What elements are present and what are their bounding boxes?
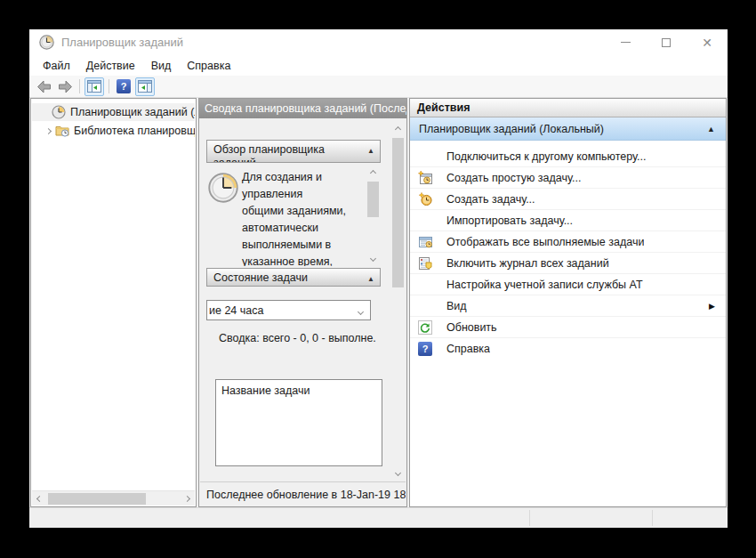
help-icon: ? bbox=[417, 342, 433, 356]
menu-file[interactable]: Файл bbox=[35, 58, 78, 74]
scroll-right-icon[interactable] bbox=[180, 491, 195, 506]
status-divider bbox=[529, 510, 530, 526]
maximize-button[interactable] bbox=[646, 29, 687, 55]
tree-item-label: Библиотека планировщ bbox=[74, 125, 195, 137]
action-label: Обновить bbox=[446, 321, 497, 334]
tree-horizontal-scrollbar[interactable] bbox=[32, 490, 195, 505]
title-bar: Планировщик заданий ✕ bbox=[29, 29, 728, 55]
close-button[interactable]: ✕ bbox=[687, 29, 728, 55]
scheduler-clock-icon bbox=[39, 35, 54, 50]
action-help[interactable]: ? Справка bbox=[410, 338, 726, 360]
task-status-section-header[interactable]: Состояние задачи ▲ bbox=[206, 268, 381, 287]
actions-group-header[interactable]: Планировщик заданий (Локальный) ▲ bbox=[410, 117, 726, 141]
summary-panel: Сводка планировщика заданий (Последне Об… bbox=[198, 98, 407, 507]
icon-slot bbox=[417, 299, 433, 313]
menu-view[interactable]: Вид bbox=[143, 58, 180, 74]
minimize-button[interactable] bbox=[605, 29, 646, 55]
new-task-icon bbox=[417, 192, 433, 206]
status-bar bbox=[29, 507, 728, 528]
scrollbar-thumb[interactable] bbox=[48, 493, 146, 505]
console-tree-panel: Планировщик заданий (Лок Библиотека план… bbox=[30, 98, 197, 507]
task-scheduler-window: Планировщик заданий ✕ Файл Действие Вид … bbox=[29, 29, 728, 528]
task-journal-icon bbox=[417, 256, 433, 271]
task-summary-text: Сводка: всего - 0, 0 - выполне... bbox=[219, 332, 376, 344]
actions-panel: Действия Планировщик заданий (Локальный)… bbox=[409, 98, 727, 507]
action-label: Импортировать задачу... bbox=[446, 214, 573, 227]
minimize-icon bbox=[621, 42, 631, 43]
refresh-icon bbox=[417, 320, 433, 335]
library-folder-clock-icon bbox=[55, 124, 69, 138]
collapse-icon[interactable]: ▲ bbox=[707, 125, 715, 133]
scrollbar-thumb[interactable] bbox=[367, 182, 379, 217]
help-button[interactable]: ? bbox=[114, 77, 133, 96]
action-import-task[interactable]: Импортировать задачу... bbox=[410, 210, 726, 231]
forward-button[interactable] bbox=[55, 77, 75, 96]
task-list-box[interactable]: Название задачи bbox=[215, 379, 382, 466]
action-create-task[interactable]: Создать задачу... bbox=[410, 189, 726, 210]
scroll-up-icon[interactable] bbox=[366, 166, 381, 181]
action-label: Вид bbox=[446, 300, 467, 312]
overview-scrollbar[interactable] bbox=[366, 166, 381, 266]
show-action-pane-button[interactable] bbox=[135, 77, 155, 96]
last-refresh-status: Последнее обновление в 18-Jan-19 18:21: bbox=[200, 481, 406, 506]
action-label: Создать задачу... bbox=[446, 193, 535, 206]
action-create-basic-task[interactable]: Создать простую задачу... bbox=[410, 167, 726, 189]
expand-chevron-icon[interactable] bbox=[41, 129, 55, 133]
close-icon: ✕ bbox=[702, 36, 712, 49]
action-connect-to-computer[interactable]: Подключиться к другому компьютеру... bbox=[410, 146, 726, 167]
icon-slot bbox=[417, 214, 433, 228]
overview-section-title: Обзор планировщика заданий bbox=[213, 143, 325, 163]
submenu-arrow-icon: ▶ bbox=[709, 302, 715, 311]
window-controls: ✕ bbox=[605, 29, 728, 55]
summary-panel-header: Сводка планировщика заданий (Последне bbox=[199, 99, 406, 118]
menu-bar: Файл Действие Вид Справка bbox=[29, 55, 728, 76]
tree-item-scheduler-root[interactable]: Планировщик заданий (Лок bbox=[32, 103, 195, 121]
action-enable-task-history[interactable]: Включить журнал всех заданий bbox=[410, 253, 726, 274]
collapse-icon[interactable]: ▲ bbox=[367, 272, 374, 286]
tree-item-task-library[interactable]: Библиотека планировщ bbox=[32, 122, 195, 140]
actions-group-title: Планировщик заданий (Локальный) bbox=[419, 123, 604, 135]
scheduler-clock-icon bbox=[52, 105, 66, 119]
overview-body: Для создания и управления общими задания… bbox=[206, 166, 381, 266]
task-status-title: Состояние задачи bbox=[213, 271, 308, 284]
show-action-pane-icon bbox=[138, 80, 152, 93]
overview-section-header[interactable]: Обзор планировщика заданий ▲ bbox=[206, 140, 381, 163]
chevron-down-icon bbox=[358, 304, 363, 317]
show-console-tree-button[interactable] bbox=[84, 77, 104, 96]
back-arrow-icon bbox=[36, 80, 52, 93]
icon-slot bbox=[417, 150, 433, 164]
scroll-down-icon[interactable] bbox=[390, 465, 406, 481]
icon-slot bbox=[417, 278, 433, 292]
collapse-icon[interactable]: ▲ bbox=[367, 144, 374, 158]
new-simple-task-icon bbox=[417, 171, 433, 185]
period-dropdown[interactable]: ие 24 часа bbox=[206, 300, 371, 320]
toolbar: ? bbox=[29, 76, 728, 98]
scrollbar-thumb[interactable] bbox=[392, 138, 404, 287]
forward-arrow-icon bbox=[58, 80, 73, 93]
overview-clock-icon bbox=[206, 169, 242, 266]
menu-help[interactable]: Справка bbox=[179, 58, 238, 74]
show-console-tree-icon bbox=[87, 80, 101, 93]
actions-list: Подключиться к другому компьютеру... Соз… bbox=[410, 141, 726, 360]
back-button[interactable] bbox=[34, 77, 53, 96]
scroll-down-icon[interactable] bbox=[366, 251, 381, 266]
menu-action[interactable]: Действие bbox=[78, 58, 143, 74]
action-label: Отображать все выполняемые задачи bbox=[446, 236, 644, 248]
action-refresh[interactable]: Обновить bbox=[410, 317, 726, 338]
scroll-left-icon[interactable] bbox=[32, 491, 47, 506]
action-view[interactable]: Вид ▶ bbox=[410, 295, 726, 317]
overview-text: Для создания и управления общими задания… bbox=[242, 169, 347, 266]
toolbar-separator bbox=[79, 79, 80, 93]
window-title: Планировщик заданий bbox=[61, 36, 605, 49]
action-display-running-tasks[interactable]: Отображать все выполняемые задачи bbox=[410, 231, 726, 253]
running-tasks-icon bbox=[417, 235, 433, 249]
action-at-service-account[interactable]: Настройка учетной записи службы AT bbox=[410, 274, 726, 295]
status-divider bbox=[652, 510, 653, 526]
action-label: Настройка учетной записи службы AT bbox=[446, 279, 643, 291]
period-dropdown-value: ие 24 часа bbox=[209, 304, 263, 317]
action-label: Включить журнал всех заданий bbox=[446, 257, 609, 270]
tree-item-label: Планировщик заданий (Лок bbox=[70, 106, 195, 118]
scroll-up-icon[interactable] bbox=[390, 122, 406, 137]
summary-vertical-scrollbar[interactable] bbox=[390, 122, 406, 481]
action-label: Подключиться к другому компьютеру... bbox=[446, 150, 646, 163]
